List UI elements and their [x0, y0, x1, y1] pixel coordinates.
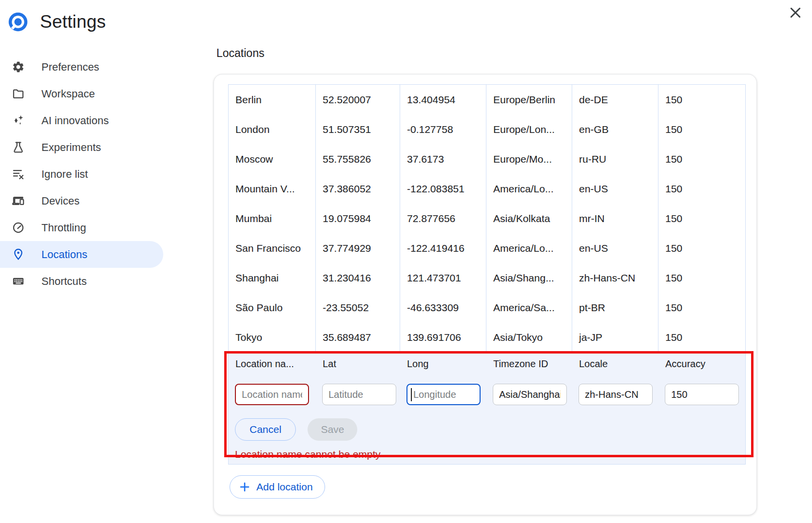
- locations-table: Berlin52.52000713.404954Europe/Berlinde-…: [228, 84, 746, 465]
- table-cell: Tokyo: [229, 322, 316, 352]
- table-cell: pt-BR: [572, 293, 658, 322]
- table-row[interactable]: Tokyo35.689487139.691706Asia/Tokyoja-JP1…: [229, 322, 745, 352]
- editor-buttons: Cancel Save: [229, 418, 745, 441]
- table-row[interactable]: Shanghai31.230416121.473701Asia/Shang...…: [229, 263, 745, 293]
- table-cell: 121.473701: [400, 263, 486, 293]
- accuracy-input[interactable]: [665, 384, 739, 405]
- table-cell: en-GB: [572, 114, 658, 144]
- table-cell: 150: [658, 233, 746, 263]
- table-row[interactable]: Mountain V...37.386052-122.083851America…: [229, 174, 745, 204]
- plus-icon: [239, 481, 251, 493]
- sidebar-item-label: Devices: [41, 195, 79, 207]
- table-cell: 150: [658, 114, 746, 144]
- table-cell: Asia/Kolkata: [486, 204, 572, 233]
- settings-header: Settings: [8, 12, 106, 32]
- table-cell: de-DE: [572, 85, 658, 114]
- table-cell: Europe/Berlin: [486, 85, 572, 114]
- table-cell: 150: [658, 263, 746, 293]
- table-row[interactable]: London51.507351-0.127758Europe/Lon...en-…: [229, 114, 745, 144]
- add-location-label: Add location: [256, 481, 313, 493]
- gauge-icon: [11, 221, 25, 235]
- sidebar-item-label: Workspace: [41, 88, 95, 100]
- devtools-settings-dialog: Settings Preferences Workspace AI innova…: [0, 0, 812, 523]
- sidebar-item-workspace[interactable]: Workspace: [0, 80, 163, 107]
- table-cell: 139.691706: [400, 322, 486, 352]
- save-button[interactable]: Save: [308, 418, 357, 441]
- editor-col-lat: Lat: [316, 358, 400, 373]
- table-cell: America/Lo...: [486, 233, 572, 263]
- sidebar-item-locations[interactable]: Locations: [0, 241, 163, 268]
- sidebar-item-preferences[interactable]: Preferences: [0, 54, 163, 80]
- table-row[interactable]: San Francisco37.774929-122.419416America…: [229, 233, 745, 263]
- latitude-input[interactable]: [322, 384, 396, 405]
- timezone-id-input[interactable]: [493, 384, 567, 405]
- table-cell: mr-IN: [572, 204, 658, 233]
- table-cell: 37.774929: [316, 233, 400, 263]
- location-editor: Location na... Lat Long Timezone ID Loca…: [229, 352, 745, 464]
- settings-sidebar: Preferences Workspace AI innovations Exp…: [0, 54, 163, 295]
- sidebar-item-label: AI innovations: [41, 114, 109, 127]
- settings-title: Settings: [40, 12, 106, 32]
- add-location-button[interactable]: Add location: [230, 475, 325, 499]
- table-cell: -122.083851: [400, 174, 486, 204]
- sidebar-item-experiments[interactable]: Experiments: [0, 134, 163, 161]
- sidebar-item-ai-innovations[interactable]: AI innovations: [0, 107, 163, 134]
- editor-inputs-row: [229, 384, 745, 405]
- table-cell: 37.6173: [400, 144, 486, 174]
- table-cell: Asia/Tokyo: [486, 322, 572, 352]
- table-cell: 150: [658, 144, 746, 174]
- table-cell: Europe/Lon...: [486, 114, 572, 144]
- editor-col-location-name: Location na...: [229, 358, 316, 373]
- locations-card: Berlin52.52000713.404954Europe/Berlinde-…: [213, 74, 757, 515]
- sidebar-item-label: Throttling: [41, 222, 86, 234]
- editor-col-long: Long: [400, 358, 486, 373]
- editor-col-timezone-id: Timezone ID: [486, 358, 572, 373]
- table-cell: São Paulo: [229, 293, 316, 322]
- table-cell: San Francisco: [229, 233, 316, 263]
- sidebar-item-ignore-list[interactable]: Ignore list: [0, 161, 163, 187]
- pin-icon: [11, 247, 25, 262]
- table-row[interactable]: Berlin52.52000713.404954Europe/Berlinde-…: [229, 85, 745, 114]
- list-x-icon: [11, 167, 25, 182]
- table-cell: 55.755826: [316, 144, 400, 174]
- table-cell: 51.507351: [316, 114, 400, 144]
- close-button[interactable]: [786, 3, 805, 22]
- longitude-input[interactable]: [406, 384, 481, 405]
- table-cell: en-US: [572, 233, 658, 263]
- editor-header-row: Location na... Lat Long Timezone ID Loca…: [229, 358, 745, 373]
- table-cell: 31.230416: [316, 263, 400, 293]
- close-icon: [788, 5, 803, 20]
- table-cell: 19.075984: [316, 204, 400, 233]
- table-cell: 150: [658, 293, 746, 322]
- sparkles-icon: [11, 113, 25, 128]
- table-cell: -46.633309: [400, 293, 486, 322]
- gear-icon: [11, 60, 25, 75]
- table-cell: 13.404954: [400, 85, 486, 114]
- table-cell: 150: [658, 85, 746, 114]
- sidebar-item-label: Experiments: [41, 141, 101, 154]
- table-cell: -23.55052: [316, 293, 400, 322]
- table-cell: London: [229, 114, 316, 144]
- page-title: Locations: [216, 47, 264, 60]
- table-cell: Asia/Shang...: [486, 263, 572, 293]
- table-cell: -0.127758: [400, 114, 486, 144]
- sidebar-item-shortcuts[interactable]: Shortcuts: [0, 268, 163, 295]
- table-cell: 52.520007: [316, 85, 400, 114]
- locations-table-body: Berlin52.52000713.404954Europe/Berlinde-…: [229, 85, 745, 352]
- table-row[interactable]: São Paulo-23.55052-46.633309America/Sa..…: [229, 293, 745, 322]
- table-row[interactable]: Mumbai19.07598472.877656Asia/Kolkatamr-I…: [229, 204, 745, 233]
- sidebar-item-label: Ignore list: [41, 168, 88, 181]
- validation-error-text: Location name cannot be empty: [229, 448, 745, 460]
- cancel-button[interactable]: Cancel: [235, 418, 296, 441]
- locale-input[interactable]: [579, 384, 653, 405]
- location-name-input[interactable]: [235, 384, 309, 405]
- table-cell: ja-JP: [572, 322, 658, 352]
- table-row[interactable]: Moscow55.75582637.6173Europe/Mo...ru-RU1…: [229, 144, 745, 174]
- editor-col-locale: Locale: [572, 358, 658, 373]
- devices-icon: [11, 194, 25, 208]
- table-cell: Berlin: [229, 85, 316, 114]
- sidebar-item-devices[interactable]: Devices: [0, 187, 163, 214]
- table-cell: 150: [658, 204, 746, 233]
- sidebar-item-throttling[interactable]: Throttling: [0, 214, 163, 241]
- table-cell: 72.877656: [400, 204, 486, 233]
